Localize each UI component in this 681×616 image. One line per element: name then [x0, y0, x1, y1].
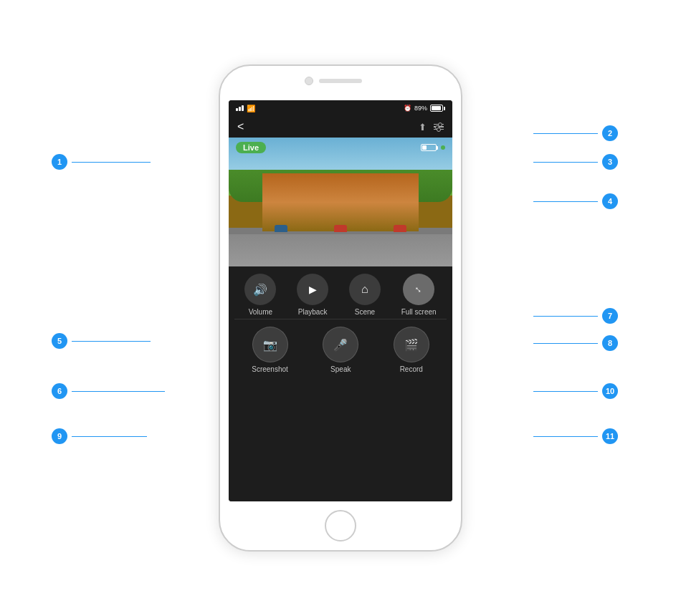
- home-button[interactable]: [325, 510, 356, 542]
- camera-battery: [421, 144, 438, 151]
- back-button[interactable]: <: [237, 120, 244, 133]
- scene-button[interactable]: ⌂ Scene: [349, 274, 381, 316]
- bottom-controls: 📷 Screenshot 🎤 Speak 🎬: [229, 319, 452, 380]
- scene-icon: ⌂: [361, 283, 368, 296]
- playback-label: Playback: [298, 308, 328, 316]
- nav-bar: < ⬆: [229, 116, 452, 138]
- playback-button[interactable]: ▶ Playback: [297, 274, 328, 316]
- status-bar: 📶 ⏰ 89%: [229, 100, 452, 116]
- phone-screen: 📶 ⏰ 89% < ⬆: [229, 100, 452, 501]
- settings-icon[interactable]: [434, 124, 444, 130]
- camera-feed: [229, 138, 452, 266]
- annotation-8: 8: [533, 335, 618, 351]
- screenshot-label: Screenshot: [252, 365, 288, 373]
- annotation-3: 3: [533, 154, 618, 170]
- fullscreen-label: Full screen: [401, 308, 437, 316]
- volume-icon: 🔊: [253, 283, 267, 297]
- record-icon: 🎬: [404, 338, 419, 352]
- fullscreen-button[interactable]: ↔ Full screen: [401, 274, 437, 316]
- annotation-11: 11: [533, 428, 618, 444]
- annotation-4: 4: [533, 193, 618, 209]
- volume-label: Volume: [249, 308, 272, 316]
- speak-button[interactable]: 🎤 Speak: [323, 327, 358, 373]
- fullscreen-icon: ↔: [411, 281, 427, 297]
- screenshot-icon-circle[interactable]: 📷: [252, 327, 288, 362]
- annotation-2: 2: [533, 125, 618, 141]
- battery-percent: 89%: [414, 105, 427, 112]
- annotation-10: 10: [533, 383, 618, 399]
- annotation-9: 9: [52, 428, 147, 444]
- controls-area: 🔊 Volume ▶ Playback ⌂: [229, 266, 452, 501]
- speak-icon: 🎤: [333, 338, 348, 352]
- front-camera: [305, 77, 313, 85]
- dot-indicator: [441, 145, 445, 150]
- phone-body: 📶 ⏰ 89% < ⬆: [219, 64, 462, 552]
- status-right: ⏰ 89%: [404, 105, 445, 112]
- scene-label: Scene: [355, 308, 375, 316]
- wifi-icon: 📶: [247, 105, 255, 112]
- top-controls: 🔊 Volume ▶ Playback ⌂: [229, 266, 452, 319]
- annotation-5: 5: [52, 333, 151, 349]
- alarm-icon: ⏰: [404, 105, 411, 112]
- annotation-1: 1: [52, 154, 151, 170]
- signal-icon: [236, 105, 244, 111]
- playback-icon-circle[interactable]: ▶: [297, 274, 328, 305]
- share-icon[interactable]: ⬆: [419, 122, 427, 133]
- screenshot-icon: 📷: [263, 338, 277, 352]
- screenshot-button[interactable]: 📷 Screenshot: [252, 327, 288, 373]
- annotation-6: 6: [52, 383, 165, 399]
- volume-icon-circle[interactable]: 🔊: [244, 274, 276, 305]
- camera-area: Live: [229, 138, 452, 266]
- speak-label: Speak: [330, 365, 351, 373]
- record-button[interactable]: 🎬 Record: [394, 327, 429, 373]
- scene-icon-circle[interactable]: ⌂: [349, 274, 381, 305]
- live-badge-row: Live: [229, 142, 452, 153]
- speak-icon-circle[interactable]: 🎤: [323, 327, 358, 362]
- fullscreen-icon-circle[interactable]: ↔: [403, 274, 434, 305]
- earpiece: [319, 79, 362, 83]
- live-badge: Live: [236, 142, 266, 153]
- record-label: Record: [400, 365, 423, 373]
- record-icon-circle[interactable]: 🎬: [394, 327, 429, 362]
- battery-icon: [430, 105, 445, 112]
- annotation-7: 7: [533, 308, 618, 324]
- playback-icon: ▶: [309, 284, 317, 295]
- volume-button[interactable]: 🔊 Volume: [244, 274, 276, 316]
